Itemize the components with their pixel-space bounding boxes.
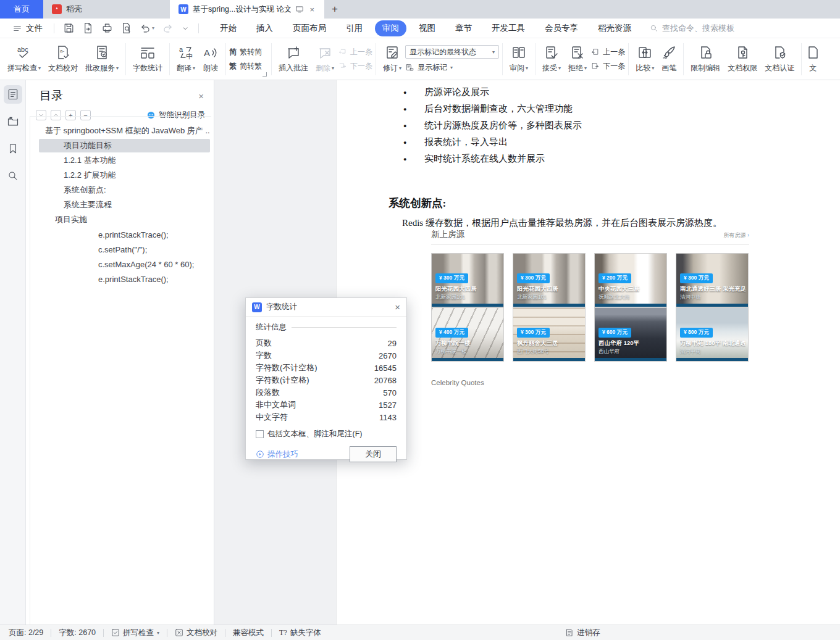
ribbon-tab-member[interactable]: 会员专享 [537,20,586,36]
sidebar-item-bookmarks[interactable] [4,139,22,158]
toc-item[interactable]: 基于 springboot+SSM 框架的 JavaWeb 房产 ... [39,124,210,138]
checkbox-icon[interactable] [256,430,264,438]
ribbon-tab-section[interactable]: 章节 [448,20,479,36]
price-badge: ¥ 300 万元 [517,328,550,338]
command-search[interactable]: 查找命令、搜索模板 [650,23,734,34]
price-badge: ¥ 300 万元 [435,273,468,283]
doc-heading: 系统创新点: [388,196,840,210]
undo-button[interactable]: ▾ [136,22,158,34]
show-markup-button[interactable]: 显示标记▾ [405,62,499,73]
toc-item[interactable]: 项目实施 [39,213,210,226]
undo-dropdown-caret[interactable]: ▾ [152,25,154,31]
prev-change-button[interactable]: 上一条 [590,47,625,57]
close-tab-icon[interactable]: × [308,5,316,14]
file-menu-button[interactable]: 文件 [6,23,49,34]
doc-proof-button[interactable]: a- 文档校对 [44,41,82,78]
ribbon-tab-start[interactable]: 开始 [212,20,244,36]
ribbon-tab-references[interactable]: 引用 [338,20,370,36]
tab-home-label: 首页 [14,4,30,15]
translate-button[interactable]: a中 翻译▾ [173,41,199,78]
word-count-button[interactable]: 字数统计 [129,41,166,78]
status-spell-check[interactable]: 拼写检查▾ [111,628,159,638]
redo-button[interactable] [158,22,177,34]
prev-comment-button[interactable]: 上一条 [338,47,372,57]
pen-button[interactable]: 画笔 [658,41,680,78]
status-compat-mode[interactable]: 兼容模式 [233,628,264,638]
dialog-close-icon[interactable]: × [395,302,400,312]
status-missing-font[interactable]: T? 缺失字体 [279,628,321,638]
tab-docer[interactable]: ❛ 稻壳 [43,0,127,19]
toc-item[interactable]: c.setMaxAge(24 * 60 * 60); [39,257,210,271]
toc-item[interactable]: 1.2.2 扩展功能 [39,168,210,182]
search-icon [650,24,658,33]
toc-panel-title: 目录 [40,88,63,104]
sidebar-item-toc[interactable] [4,85,22,104]
ribbon-tab-view[interactable]: 视图 [411,20,443,36]
sidebar-item-search[interactable] [4,167,22,185]
tips-link[interactable]: 操作技巧 [256,449,298,460]
spell-check-button[interactable]: abc 拼写检查▾ [4,41,44,78]
save-button[interactable] [59,22,78,34]
quick-access-bar: 文件 ▾ 开始 插入 页面布局 引用 审阅 视图 章节 开发工具 会员专享 稻壳… [0,19,840,38]
toc-item[interactable]: c.setPath("/"); [39,243,210,256]
review-pane-button[interactable]: 审阅▾ [506,41,532,78]
delete-comment-button[interactable]: 删除▾ [312,41,338,78]
toc-item[interactable]: e.printStackTrace(); [39,272,210,286]
screen-share-icon[interactable] [295,5,304,14]
doc-permission-button[interactable]: 文档权限 [724,41,761,78]
dialog-title-bar[interactable]: W 字数统计 × [246,298,406,317]
doc-certify-button[interactable]: 文档认证 [761,41,798,78]
tab-home[interactable]: 首页 [0,0,43,19]
new-tab-button[interactable]: + [324,0,345,19]
correction-service-button[interactable]: 批改服务▾ [82,41,122,78]
status-inventory-tool[interactable]: 进销存 [565,628,600,638]
close-button[interactable]: 关闭 [350,446,397,462]
simp-to-trad-button[interactable]: 繁简转繁 [229,61,262,72]
stats-section-label: 统计信息 [256,322,287,333]
price-badge: ¥ 200 万元 [598,273,631,283]
toc-item-selected[interactable]: 项目功能目标 [39,139,210,152]
next-comment-button[interactable]: 下一条 [338,61,372,72]
compare-button[interactable]: 比较▾ [632,41,658,78]
track-changes-button[interactable]: 修订▾ [379,41,405,78]
ribbon-tab-dev-tools[interactable]: 开发工具 [484,20,532,36]
trad-to-simp-button[interactable]: 简繁转简 [229,47,262,57]
toc-item[interactable]: 1.2.1 基本功能 [39,154,210,167]
overflow-clipped-button[interactable]: 文 [805,41,821,78]
next-change-button[interactable]: 下一条 [590,61,625,72]
toc-item[interactable]: 系统创新点: [39,183,210,197]
toc-tree: 基于 springboot+SSM 框架的 JavaWeb 房产 ... 项目功… [30,116,211,625]
read-aloud-button[interactable]: A 朗读 [199,41,222,78]
command-search-label: 查找命令、搜索模板 [662,23,734,34]
toc-item[interactable]: e.printStackTrace(); [39,228,210,241]
restrict-editing-button[interactable]: 限制编辑 [687,41,724,78]
customize-toolbar-button[interactable] [177,24,193,33]
search-icon [7,170,19,181]
ribbon-tab-page-layout[interactable]: 页面布局 [285,20,334,36]
listing-card: ¥ 800 万元万柳书苑 180平 南北通透清河中街 [676,307,749,362]
ribbon-tab-review[interactable]: 审阅 [375,20,406,36]
toc-item[interactable]: 系统主要流程 [39,198,210,212]
include-textbox-checkbox[interactable]: 包括文本框、脚注和尾注(F) [256,429,397,439]
abc-check-icon: abc [16,45,32,60]
insert-comment-button[interactable]: 插入批注 [275,41,312,78]
ribbon-tab-docer-resources[interactable]: 稻壳资源 [590,20,639,36]
reject-change-button[interactable]: 拒绝▾ [565,41,590,78]
accept-change-button[interactable]: 接受▾ [539,41,565,78]
markup-state-select[interactable]: 显示标记的最终状态▾ [405,45,499,59]
print-preview-button[interactable] [117,22,136,34]
sidebar-item-chapters[interactable] [4,112,22,131]
print-button[interactable] [98,22,117,34]
dialog-title: 字数统计 [266,302,390,312]
status-word-count[interactable]: 字数: 2670 [59,628,96,638]
status-doc-proof[interactable]: 文档校对 [175,628,217,638]
listing-card: ¥ 300 万元阳光花园大四居北新家园101 [431,253,504,307]
toc-close-icon[interactable]: × [198,91,204,101]
ribbon-tab-insert[interactable]: 插入 [249,20,280,36]
export-button[interactable] [78,22,98,34]
status-page-indicator[interactable]: 页面: 2/29 [9,628,43,638]
dialog-launcher-icon[interactable] [262,72,267,77]
tab-document[interactable]: W 基于spring...设计与实现 论文 × [170,0,324,19]
change-next-icon [590,62,600,70]
document-page[interactable]: ●房源评论及展示 ●后台对数据增删查改，六大管理功能 ●统计房源热度及房价等，多… [336,80,840,625]
